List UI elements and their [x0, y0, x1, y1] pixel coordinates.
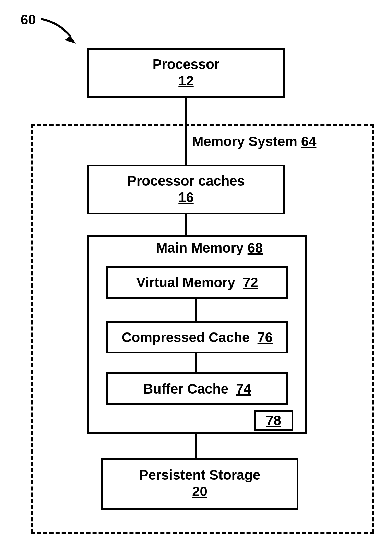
processor-block: Processor 12	[87, 48, 285, 98]
arrow-icon	[38, 15, 79, 46]
compressed-cache-label: Compressed Cache 76	[122, 329, 273, 346]
processor-label: Processor 12	[89, 56, 283, 89]
connector-line	[195, 434, 197, 460]
processor-caches-block: Processor caches 16	[87, 165, 285, 214]
main-memory-label: Main Memory 68	[156, 240, 263, 256]
buffer-cache-block: Buffer Cache 74	[106, 372, 288, 405]
block-78-label: 78	[266, 412, 281, 429]
virtual-memory-block: Virtual Memory 72	[106, 266, 288, 299]
memory-system-label: Memory System 64	[192, 134, 316, 149]
compressed-cache-block: Compressed Cache 76	[106, 321, 288, 353]
svg-marker-0	[64, 36, 76, 44]
figure-reference-number: 60	[21, 12, 36, 27]
persistent-storage-block: Persistent Storage 20	[101, 458, 298, 510]
connector-line	[185, 214, 187, 235]
connector-line	[195, 353, 197, 372]
processor-caches-label: Processor caches 16	[89, 173, 283, 206]
virtual-memory-label: Virtual Memory 72	[136, 274, 258, 291]
buffer-cache-label: Buffer Cache 74	[143, 381, 251, 397]
connector-line	[195, 299, 197, 321]
small-block-78: 78	[254, 410, 293, 431]
persistent-storage-label: Persistent Storage 20	[103, 467, 297, 500]
diagram-canvas: 60 Processor 12 Memory System 64 Process…	[0, 0, 392, 549]
